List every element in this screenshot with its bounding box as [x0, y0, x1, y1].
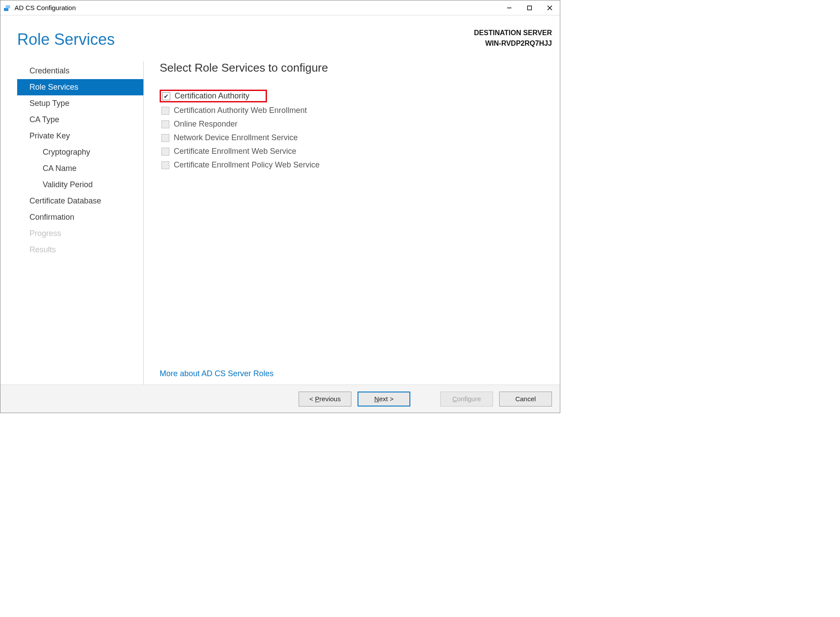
next-button[interactable]: NNextext >: [358, 392, 410, 406]
role-label: Certification Authority Web Enrollment: [174, 106, 307, 115]
page-title: Role Services: [17, 30, 115, 49]
close-button[interactable]: [540, 0, 560, 15]
role-label: Certification Authority: [175, 91, 249, 101]
sidebar-item-cryptography[interactable]: Cryptography: [17, 144, 143, 160]
sidebar-item-validity-period[interactable]: Validity Period: [17, 177, 143, 193]
configure-button: CConfigureonfigure: [440, 392, 493, 406]
window-title: AD CS Configuration: [15, 4, 499, 11]
sidebar-item-results: Results: [17, 242, 143, 258]
role-label: Certificate Enrollment Policy Web Servic…: [174, 160, 320, 170]
minimize-button[interactable]: [499, 0, 519, 15]
role-item-certification-authority-web-enrollment: Certification Authority Web Enrollment: [160, 105, 552, 116]
app-icon: [3, 4, 12, 12]
sidebar-item-progress: Progress: [17, 225, 143, 242]
content-heading: Select Role Services to configure: [160, 61, 552, 75]
cancel-button[interactable]: Cancel: [499, 392, 552, 406]
sidebar-item-private-key[interactable]: Private Key: [17, 128, 143, 144]
previous-button[interactable]: < PPreviousrevious: [299, 392, 351, 406]
sidebar-item-certificate-database[interactable]: Certificate Database: [17, 193, 143, 209]
checkbox[interactable]: ✔: [162, 92, 170, 100]
header: Role Services DESTINATION SERVER WIN-RVD…: [0, 15, 560, 49]
checkbox: [161, 107, 169, 115]
role-label: Online Responder: [174, 120, 237, 129]
role-item-certificate-enrollment-web-service: Certificate Enrollment Web Service: [160, 146, 552, 157]
checkbox: [161, 161, 169, 169]
sidebar-item-ca-name[interactable]: CA Name: [17, 160, 143, 177]
main: CredentialsRole ServicesSetup TypeCA Typ…: [0, 61, 560, 385]
checkbox: [161, 134, 169, 142]
destination-server: DESTINATION SERVER WIN-RVDP2RQ7HJJ: [474, 28, 552, 49]
role-item-online-responder: Online Responder: [160, 119, 552, 130]
sidebar-item-ca-type[interactable]: CA Type: [17, 112, 143, 128]
role-list: ✔Certification AuthorityCertification Au…: [160, 90, 552, 173]
role-label: Certificate Enrollment Web Service: [174, 147, 296, 156]
svg-rect-3: [528, 6, 532, 10]
checkbox: [161, 148, 169, 156]
svg-rect-1: [6, 5, 10, 8]
footer: < PPreviousrevious NNextext > CConfigure…: [0, 385, 560, 413]
role-item-certificate-enrollment-policy-web-service: Certificate Enrollment Policy Web Servic…: [160, 160, 552, 171]
titlebar: AD CS Configuration: [0, 0, 560, 15]
role-item-certification-authority[interactable]: ✔Certification Authority: [160, 90, 267, 102]
checkbox: [161, 120, 169, 128]
sidebar: CredentialsRole ServicesSetup TypeCA Typ…: [17, 61, 144, 385]
maximize-button[interactable]: [519, 0, 540, 15]
destination-name: WIN-RVDP2RQ7HJJ: [474, 38, 552, 49]
svg-rect-0: [4, 8, 8, 11]
sidebar-item-confirmation[interactable]: Confirmation: [17, 209, 143, 225]
role-item-network-device-enrollment-service: Network Device Enrollment Service: [160, 132, 552, 143]
sidebar-item-credentials[interactable]: Credentials: [17, 63, 143, 79]
sidebar-item-setup-type[interactable]: Setup Type: [17, 95, 143, 112]
sidebar-item-role-services[interactable]: Role Services: [17, 79, 143, 95]
role-label: Network Device Enrollment Service: [174, 133, 298, 142]
more-link[interactable]: More about AD CS Server Roles: [160, 369, 274, 378]
destination-label: DESTINATION SERVER: [474, 28, 552, 38]
cancel-label: Cancel: [515, 395, 536, 403]
content: Select Role Services to configure ✔Certi…: [144, 61, 552, 385]
